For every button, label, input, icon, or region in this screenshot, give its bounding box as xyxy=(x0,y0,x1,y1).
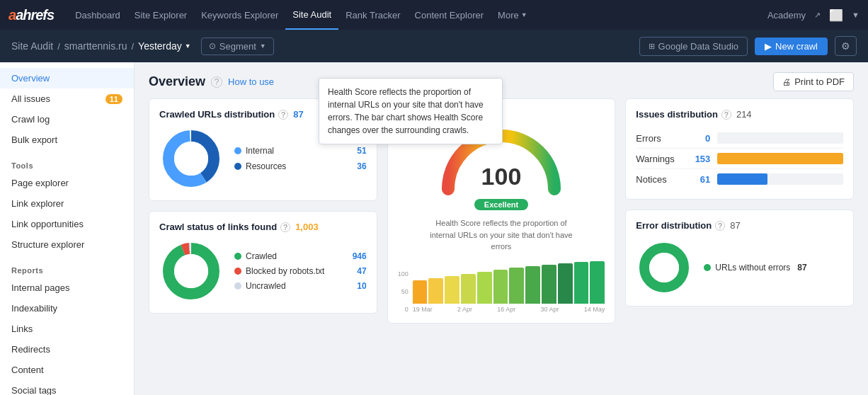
breadcrumb-domain[interactable]: smarttennis.ru xyxy=(64,40,127,52)
bars-container xyxy=(413,261,605,304)
errors-bar-wrap xyxy=(717,132,843,144)
uncrawled-legend-item: Uncrawled 10 xyxy=(234,281,367,291)
bar-1 xyxy=(413,280,428,304)
bar-chart-labels: 19 Mar 2 Apr 16 Apr 30 Apr 14 May xyxy=(413,306,605,313)
nav-link-site-explorer[interactable]: Site Explorer xyxy=(127,0,194,30)
sidebar-item-content[interactable]: Content xyxy=(0,360,134,380)
bar-10 xyxy=(558,263,573,304)
date-chevron-icon: ▼ xyxy=(185,42,191,50)
errors-label: Errors xyxy=(636,133,685,144)
nav-link-more[interactable]: More ▼ xyxy=(491,0,535,30)
new-crawl-button[interactable]: ▶ New crawl xyxy=(755,38,828,55)
error-dist-count: 87 xyxy=(730,220,740,231)
bar-chart-y-axis: 100 50 0 xyxy=(398,270,410,313)
issues-help-icon[interactable]: ? xyxy=(721,110,731,120)
nav-link-content-explorer[interactable]: Content Explorer xyxy=(408,0,491,30)
print-icon: 🖨 xyxy=(782,77,791,87)
crawled-value[interactable]: 946 xyxy=(353,251,367,261)
sidebar-item-structure-explorer[interactable]: Structure explorer xyxy=(0,234,134,255)
internal-value[interactable]: 51 xyxy=(357,146,366,156)
warnings-value[interactable]: 153 xyxy=(685,154,710,164)
crawl-status-legend: Crawled 946 Blocked by robots.txt 47 Unc… xyxy=(234,251,367,291)
crawl-status-help-icon[interactable]: ? xyxy=(280,222,290,232)
error-distribution-card: Error distribution ? 87 URLs without err… xyxy=(625,210,854,307)
crawl-status-content: Crawled 946 Blocked by robots.txt 47 Unc… xyxy=(159,239,367,303)
nav-link-site-audit[interactable]: Site Audit xyxy=(285,0,338,30)
error-dist-help-icon[interactable]: ? xyxy=(715,221,725,231)
notices-value[interactable]: 61 xyxy=(685,174,710,185)
monitor-icon[interactable]: ⬜ xyxy=(829,8,843,22)
sidebar-item-all-issues[interactable]: All issues 11 xyxy=(0,88,134,109)
warnings-bar xyxy=(717,153,843,164)
breadcrumb-right: ⊞ Google Data Studio ▶ New crawl ⚙ xyxy=(639,36,857,56)
blocked-value[interactable]: 47 xyxy=(357,266,366,276)
blocked-dot xyxy=(234,268,241,275)
gauge-badge: Excellent xyxy=(474,199,528,210)
urls-without-errors-dot xyxy=(704,264,711,271)
bar-11 xyxy=(574,262,589,304)
all-issues-badge: 11 xyxy=(105,94,122,104)
sidebar-item-indexability[interactable]: Indexability xyxy=(0,298,134,319)
sidebar-item-crawl-log[interactable]: Crawl log xyxy=(0,109,134,130)
academy-link[interactable]: Academy xyxy=(767,10,806,21)
how-to-use-link[interactable]: How to use xyxy=(228,76,274,87)
crawl-status-count[interactable]: 1,003 xyxy=(295,222,319,232)
nav-dropdown-icon[interactable]: ▼ xyxy=(852,11,860,19)
print-to-pdf-button[interactable]: 🖨 Print to PDF xyxy=(773,72,854,91)
error-distribution-title: Error distribution ? 87 xyxy=(636,220,843,231)
more-chevron-icon: ▼ xyxy=(521,11,527,18)
error-dist-donut xyxy=(636,239,692,296)
overview-help-icon[interactable]: ? xyxy=(211,76,222,88)
external-link-icon: ↗ xyxy=(814,11,821,20)
segment-chevron-icon: ▼ xyxy=(260,42,266,50)
sidebar-item-redirects[interactable]: Redirects xyxy=(0,339,134,360)
resources-legend-item: Resources 36 xyxy=(234,161,367,171)
bar-9 xyxy=(542,265,556,304)
notices-bar-wrap xyxy=(717,173,843,185)
right-column: Issues distribution ? 214 Errors 0 Warni… xyxy=(625,98,854,324)
sidebar-item-link-explorer[interactable]: Link explorer xyxy=(0,193,134,214)
nav-link-rank-tracker[interactable]: Rank Tracker xyxy=(338,0,407,30)
breadcrumb-site-audit[interactable]: Site Audit xyxy=(11,40,53,52)
issues-notices-row: Notices 61 xyxy=(636,169,843,189)
breadcrumb-date[interactable]: Yesterday ▼ xyxy=(138,40,191,52)
sidebar-item-overview[interactable]: Overview xyxy=(0,68,134,88)
crawled-help-icon[interactable]: ? xyxy=(278,110,288,120)
issues-distribution-card: Issues distribution ? 214 Errors 0 Warni… xyxy=(625,98,854,200)
issues-count: 214 xyxy=(736,109,752,120)
sidebar-item-internal-pages[interactable]: Internal pages xyxy=(0,277,134,298)
sidebar-item-social-tags[interactable]: Social tags xyxy=(0,380,134,395)
notices-bar xyxy=(717,173,767,185)
bar-8 xyxy=(525,266,540,304)
warnings-bar-wrap xyxy=(717,153,843,164)
google-data-studio-button[interactable]: ⊞ Google Data Studio xyxy=(639,37,748,56)
blocked-legend-item: Blocked by robots.txt 47 xyxy=(234,266,367,276)
crawled-urls-count: 87 xyxy=(293,109,303,120)
crawled-urls-legend: Internal 51 Resources 36 xyxy=(234,146,367,171)
crawled-legend-item: Crawled 946 xyxy=(234,251,367,261)
sidebar-item-page-explorer[interactable]: Page explorer xyxy=(0,173,134,193)
resources-value[interactable]: 36 xyxy=(357,161,366,171)
internal-dot xyxy=(234,147,241,154)
bar-4 xyxy=(461,274,476,304)
sidebar-item-link-opportunities[interactable]: Link opportunities xyxy=(0,214,134,234)
nav-link-dashboard[interactable]: Dashboard xyxy=(68,0,127,30)
crawl-status-donut xyxy=(159,239,223,303)
gds-icon: ⊞ xyxy=(649,42,655,51)
sidebar: Overview All issues 11 Crawl log Bulk ex… xyxy=(0,62,135,395)
issues-warnings-row: Warnings 153 xyxy=(636,149,843,169)
bar-chart-area: 100 50 0 xyxy=(398,261,605,313)
nav-link-keywords-explorer[interactable]: Keywords Explorer xyxy=(194,0,285,30)
notices-label: Notices xyxy=(636,174,685,185)
errors-value[interactable]: 0 xyxy=(685,133,710,144)
issues-distribution-title: Issues distribution ? 214 xyxy=(636,109,843,120)
sidebar-item-bulk-export[interactable]: Bulk export xyxy=(0,130,134,150)
settings-button[interactable]: ⚙ xyxy=(835,36,857,56)
breadcrumb-sep1: / xyxy=(57,41,60,52)
sidebar-item-links[interactable]: Links xyxy=(0,319,134,339)
breadcrumb-sep2: / xyxy=(131,41,134,52)
segment-button[interactable]: ⊙ Segment ▼ xyxy=(201,38,274,55)
sidebar-section-tools: Tools xyxy=(0,154,134,173)
bar-3 xyxy=(445,276,459,304)
uncrawled-value[interactable]: 10 xyxy=(357,281,366,291)
